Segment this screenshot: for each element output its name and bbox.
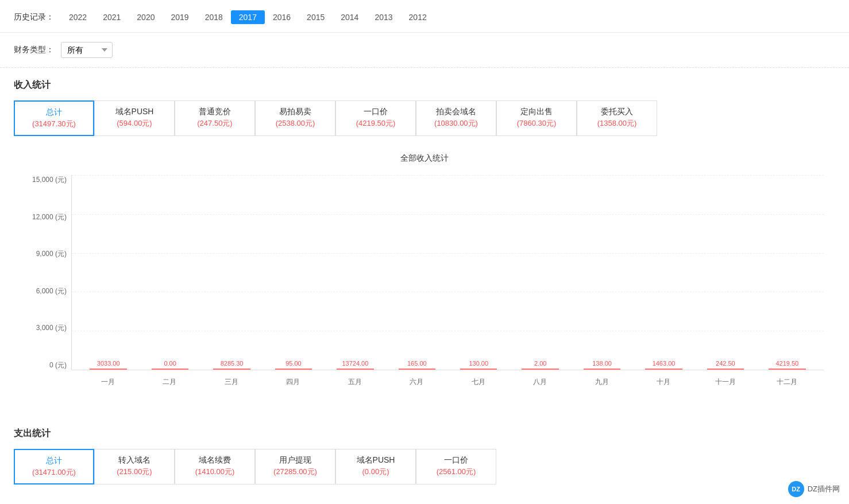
bar-10 [707,369,744,370]
y-label: 9,000 (元) [36,249,67,259]
bar-1 [152,369,188,370]
year-item-2015[interactable]: 2015 [299,10,333,24]
x-label-6: 七月 [447,377,510,387]
x-labels: 一月二月三月四月五月六月七月八月九月十月十一月十二月 [71,370,824,393]
tab-value-1: (594.00元) [106,118,163,129]
exp-tab-value-5: (2561.00元) [428,467,484,477]
exp-tab-value-3: (27285.00元) [267,467,323,477]
y-label: 15,000 (元) [32,175,67,185]
exp-tab-value-4: (0.00元) [348,467,404,477]
tab-value-2: (247.50元) [187,118,243,129]
y-label: 3,000 (元) [36,323,67,333]
y-label: 6,000 (元) [36,286,67,296]
y-label: 12,000 (元) [32,212,67,222]
year-item-2014[interactable]: 2014 [333,10,366,24]
expenditure-tab-5[interactable]: 一口价 (2561.00元) [416,449,496,484]
finance-type-select[interactable]: 所有收入支出 [61,42,113,58]
watermark: DZ DZ插件网 [788,481,840,496]
bar-9 [645,369,682,370]
tab-value-6: (7860.30元) [508,118,565,129]
x-label-4: 五月 [324,377,386,387]
bar-group-6: 130.00 [448,360,510,370]
year-item-2017[interactable]: 2017 [231,10,265,24]
income-tab-0[interactable]: 总计 (31497.30元) [14,100,94,136]
bars-container: 3033.000.008285.3095.0013724.00165.00130… [72,175,824,370]
bar-group-1: 0.00 [139,360,200,370]
exp-tab-name-5: 一口价 [428,455,484,466]
history-bar: 历史记录： 2022202120202019201820172016201520… [0,0,849,33]
year-item-2012[interactable]: 2012 [401,10,435,24]
year-item-2013[interactable]: 2013 [366,10,400,24]
expenditure-tab-1[interactable]: 转入域名 (215.00元) [94,449,175,484]
bar-group-11: 4219.50 [757,360,818,370]
income-section-title: 收入统计 [14,79,835,91]
bar-value-6: 130.00 [469,360,488,367]
bar-value-10: 242.50 [716,360,735,367]
bar-8 [584,369,620,370]
income-tab-6[interactable]: 定向出售 (7860.30元) [496,100,577,136]
year-item-2020[interactable]: 2020 [129,10,163,24]
bar-group-2: 8285.30 [201,360,263,370]
tab-value-7: (1358.00元) [589,118,645,129]
x-label-11: 十二月 [757,377,819,387]
x-label-9: 十月 [633,377,695,387]
watermark-text: DZ插件网 [808,484,840,494]
bar-value-5: 165.00 [407,360,427,367]
expenditure-tab-row: 总计 (31471.00元)转入域名 (215.00元)域名续费 (1410.0… [14,449,835,484]
income-tab-1[interactable]: 域名PUSH (594.00元) [94,100,175,136]
expenditure-tab-3[interactable]: 用户提现 (27285.00元) [255,449,335,484]
bar-group-0: 3033.00 [78,360,139,370]
tab-value-0: (31497.30元) [26,119,82,129]
income-tab-5[interactable]: 拍卖会域名 (10830.00元) [416,100,496,136]
exp-tab-name-4: 域名PUSH [348,455,404,466]
bar-group-3: 95.00 [263,360,324,370]
bar-value-11: 4219.50 [775,360,798,367]
bar-6 [460,369,497,370]
bar-value-9: 1463.00 [653,360,676,367]
bar-value-4: 13724.00 [342,360,368,367]
exp-tab-value-2: (1410.00元) [187,467,243,477]
bar-group-5: 165.00 [386,360,447,370]
expenditure-tab-2[interactable]: 域名续费 (1410.00元) [175,449,255,484]
year-item-2016[interactable]: 2016 [265,10,299,24]
bar-group-10: 242.50 [694,360,756,370]
chart-plot: 3033.000.008285.3095.0013724.00165.00130… [71,175,824,370]
tab-value-3: (2538.00元) [267,118,323,129]
year-item-2021[interactable]: 2021 [95,10,129,24]
income-tab-2[interactable]: 普通竞价 (247.50元) [175,100,255,136]
x-label-2: 三月 [200,377,263,387]
income-tab-3[interactable]: 易拍易卖 (2538.00元) [255,100,335,136]
bar-group-9: 1463.00 [633,360,694,370]
bar-4 [337,369,373,370]
expenditure-tab-0[interactable]: 总计 (31471.00元) [14,449,94,484]
bar-2 [213,369,250,370]
tab-name-2: 普通竞价 [187,107,243,117]
income-tab-row: 总计 (31497.30元)域名PUSH (594.00元)普通竞价 (247.… [14,100,835,136]
tab-name-7: 委托买入 [589,107,645,117]
tab-name-5: 拍卖会域名 [428,107,484,117]
x-label-0: 一月 [77,377,139,387]
expenditure-tab-4[interactable]: 域名PUSH (0.00元) [335,449,416,484]
income-tab-4[interactable]: 一口价 (4219.50元) [335,100,416,136]
bar-value-8: 138.00 [592,360,612,367]
income-tab-7[interactable]: 委托买入 (1358.00元) [577,100,657,136]
bar-group-7: 2.00 [510,360,571,370]
x-label-1: 二月 [139,377,201,387]
exp-tab-name-0: 总计 [26,456,82,466]
year-item-2019[interactable]: 2019 [163,10,196,24]
tab-name-4: 一口价 [348,107,404,117]
income-chart-container: 全部收入统计 15,000 (元)12,000 (元)9,000 (元)6,00… [14,148,835,405]
exp-tab-value-1: (215.00元) [106,467,163,477]
bar-value-7: 2.00 [534,360,546,367]
income-section: 收入统计 总计 (31497.30元)域名PUSH (594.00元)普通竞价 … [0,68,849,405]
bar-value-1: 0.00 [164,360,176,367]
bar-5 [399,369,435,370]
year-item-2022[interactable]: 2022 [61,10,95,24]
year-item-2018[interactable]: 2018 [197,10,231,24]
x-label-5: 六月 [386,377,448,387]
expenditure-section-title: 支出统计 [14,428,835,440]
x-label-7: 八月 [510,377,572,387]
tab-name-3: 易拍易卖 [267,107,323,117]
bar-3 [275,369,312,370]
bar-value-0: 3033.00 [97,360,120,367]
